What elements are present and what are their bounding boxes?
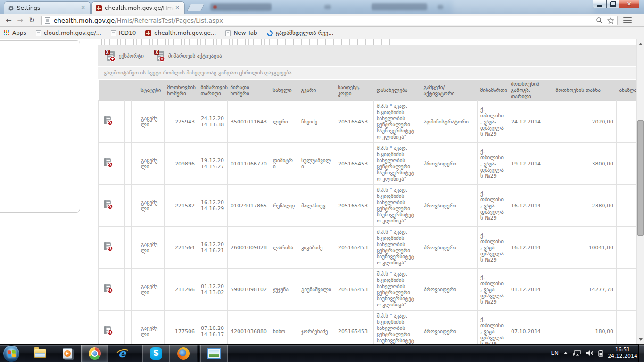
export-label: ექსპორტი — [119, 53, 144, 59]
address-bar[interactable]: ehealth.moh.gov.ge/Hmis/ReferralsTest/Pa… — [41, 16, 618, 25]
url-domain: ehealth.moh.gov.ge — [54, 17, 115, 24]
cell-status: გაცემული — [138, 269, 165, 311]
show-desktop-button[interactable] — [638, 344, 644, 362]
view-referral-icon[interactable] — [103, 242, 113, 252]
column-header[interactable]: მისამართი — [478, 80, 508, 101]
cell-referral-date: 19.12.2014 15:27 — [198, 143, 228, 185]
bookmark-ehealth[interactable]: ehealth.moh.gov.ge... — [145, 30, 216, 36]
page-icon — [45, 17, 50, 24]
chrome-menu-icon[interactable] — [623, 17, 632, 23]
desktop: Settings ✕ ehealth.moh.gov.ge/Hmis ✕ ✕ ←… — [0, 0, 644, 362]
column-header[interactable]: მოთხოვნის თანხა — [553, 80, 617, 101]
cell-last-name: ჩხეიძე — [298, 101, 335, 143]
empty-cell — [118, 269, 125, 311]
view-referral-icon[interactable] — [103, 200, 113, 210]
cell-sent-date: 24.12.2014 — [508, 101, 553, 143]
column-header[interactable]: პირადი ნომერი — [228, 80, 270, 101]
scroll-up-icon[interactable] — [637, 40, 644, 48]
zoom-icon[interactable] — [596, 17, 603, 24]
column-header[interactable]: მოთხოვნის ნომერი — [165, 80, 198, 101]
reload-button[interactable]: ↻ — [29, 17, 35, 24]
back-button[interactable]: ← — [6, 17, 12, 24]
taskbar-internet-explorer-button[interactable]: e — [108, 345, 136, 362]
cell-last-name: სულუაშვილი — [298, 143, 335, 185]
cell-request-number: 221582 — [165, 185, 198, 227]
cell-first-name: ლარისა — [270, 227, 298, 269]
cell-first-name: ჯუჯუნა — [270, 269, 298, 311]
column-header[interactable]: დასახელება — [374, 80, 421, 101]
bookmark-new-tab[interactable]: New Tab — [225, 30, 257, 36]
clock-time: 16:51 — [615, 346, 630, 353]
empty-cell — [118, 143, 125, 185]
cell-reimbursement — [617, 185, 636, 227]
cell-reimbursement — [617, 101, 636, 143]
explorer-icon — [34, 349, 46, 358]
view-referral-icon[interactable] — [103, 116, 113, 126]
table-row: გაცემული 225943 24.12.2014 11:38 3500101… — [99, 101, 636, 143]
start-button[interactable] — [3, 345, 20, 362]
view-referral-icon[interactable] — [103, 284, 113, 294]
column-header[interactable]: მოთხოვნის გამოგზ. თარიღი — [508, 80, 553, 101]
close-button[interactable]: ✕ — [619, 0, 639, 8]
column-header[interactable]: გამცემი/აქტივატორი — [421, 80, 478, 101]
taskbar-chrome-button[interactable] — [81, 345, 108, 362]
apps-grid-icon — [4, 30, 9, 36]
export-button[interactable]: X ექსპორტი — [105, 50, 144, 62]
column-header[interactable]: ანაზღა — [617, 80, 636, 101]
bookmark-taxpayers-registry[interactable]: გადამხდელთა რეე... — [267, 30, 334, 36]
scrollbar-thumb[interactable] — [637, 120, 644, 236]
clock[interactable]: 16:51 24.12.2014 — [608, 346, 637, 360]
tab-ehealth[interactable]: ehealth.moh.gov.ge/Hmis ✕ — [91, 1, 185, 14]
bookmark-label: cloud.moh.gov.ge/... — [44, 30, 101, 36]
bookmark-cloud[interactable]: cloud.moh.gov.ge/... — [36, 30, 101, 36]
hidden-icons-chevron-icon[interactable] — [563, 352, 568, 354]
glass-highlight — [453, 0, 594, 14]
column-header[interactable]: სტატუსი — [138, 80, 165, 101]
new-tab-button[interactable] — [187, 4, 204, 11]
column-header[interactable]: მიმართვის თარიღი — [198, 80, 228, 101]
url-path: /Hmis/ReferralsTest/Pages/List.aspx — [115, 17, 223, 24]
minimize-button[interactable] — [593, 0, 606, 8]
view-referral-icon[interactable] — [103, 158, 113, 168]
volume-icon[interactable] — [586, 350, 594, 356]
left-panel — [0, 40, 80, 213]
cell-referral-date: 07.10.2014 16:17 — [198, 311, 228, 345]
tab-close-icon[interactable]: ✕ — [174, 5, 181, 11]
column-header[interactable]: გვარი — [298, 80, 335, 101]
restore-button[interactable] — [606, 0, 619, 8]
bookmark-icd10[interactable]: ICD10 — [111, 30, 136, 36]
clipped-row-fragments — [98, 39, 390, 45]
cell-ident-code: 205165453 — [335, 101, 374, 143]
empty-cell — [125, 269, 132, 311]
referral-activation-button[interactable]: X მიმართვის აქტივაცია — [154, 50, 222, 62]
cell-ident-code: 205165453 — [335, 185, 374, 227]
taskbar-image-viewer-button[interactable] — [200, 345, 228, 362]
column-header[interactable]: საიდენტ. კოდი — [335, 80, 374, 101]
bookmark-apps[interactable]: Apps — [4, 30, 26, 36]
taskbar-skype-button[interactable]: S — [142, 345, 170, 362]
taskbar-explorer-button[interactable] — [26, 345, 54, 362]
cell-sent-date: 01.12.2014 — [508, 269, 553, 311]
cell-address: ქ. თბილისი, ვაჟა-ფშაველას №29 — [478, 101, 508, 143]
tab-close-icon[interactable]: ✕ — [80, 5, 86, 11]
column-header[interactable]: სახელი — [270, 80, 298, 101]
network-icon[interactable] — [573, 350, 581, 356]
taskbar-media-player-button[interactable] — [54, 345, 81, 362]
language-indicator[interactable]: EN — [551, 350, 559, 356]
cell-status: გაცემული — [138, 143, 165, 185]
referrals-table: სტატუსიმოთხოვნის ნომერიმიმართვის თარიღიპ… — [98, 80, 636, 344]
cell-personal-number: 01024017865 — [228, 185, 270, 227]
battery-icon[interactable] — [598, 350, 603, 357]
view-referral-icon[interactable] — [103, 326, 113, 336]
taskbar-firefox-button[interactable] — [170, 345, 197, 362]
cell-reimbursement — [617, 269, 636, 311]
vertical-scrollbar[interactable] — [636, 39, 644, 344]
tab-settings[interactable]: Settings ✕ — [4, 1, 91, 14]
empty-cell — [132, 227, 138, 269]
bookmark-star-icon[interactable] — [607, 17, 614, 24]
forward-button[interactable]: → — [17, 17, 24, 24]
column-header-empty — [118, 80, 125, 101]
scroll-down-icon[interactable] — [637, 336, 644, 343]
page-viewport: X ექსპორტი X — [0, 39, 644, 344]
table-row: გაცემული 221564 16.12.2014 16:21 2600100… — [99, 227, 636, 269]
